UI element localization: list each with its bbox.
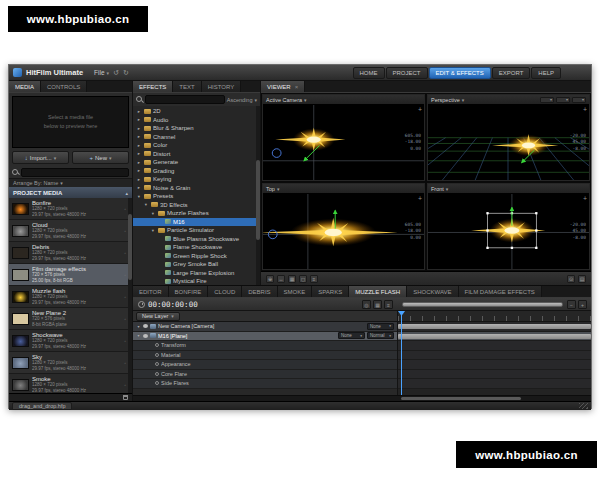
- track-row[interactable]: [398, 332, 591, 342]
- layer-dropdown[interactable]: None▾: [367, 323, 394, 330]
- media-item-smoke[interactable]: Smoke1280 × 720 pixels29.97 fps, stereo …: [9, 374, 132, 393]
- zoom-out-icon[interactable]: −: [567, 300, 576, 309]
- timeline-zoom-bar[interactable]: [402, 302, 563, 307]
- media-item-debris[interactable]: Debris1280 × 720 pixels29.97 fps, stereo…: [9, 242, 132, 264]
- track-row[interactable]: [398, 379, 591, 389]
- expander-icon[interactable]: ▸: [136, 168, 142, 173]
- render-quality-dropdown[interactable]: ▾: [572, 97, 586, 103]
- track-row[interactable]: [398, 360, 591, 370]
- tab-media[interactable]: MEDIA: [9, 81, 41, 92]
- viewport-canvas-1[interactable]: + -20.00 45.00 -8.00: [428, 105, 589, 180]
- track-row[interactable]: [398, 370, 591, 380]
- orbit-icon[interactable]: ⊕: [266, 275, 274, 283]
- expander-icon[interactable]: ▾: [136, 333, 141, 338]
- tab-smoke[interactable]: SMOKE: [278, 286, 313, 297]
- expander-icon[interactable]: ▸: [136, 151, 142, 156]
- new-button[interactable]: +New▾: [72, 151, 129, 164]
- timecode-display[interactable]: 00:00:00:00: [148, 300, 198, 309]
- options-icon[interactable]: ≡: [384, 300, 393, 309]
- expander-icon[interactable]: ▾: [143, 202, 149, 207]
- zoom-in-icon[interactable]: +: [583, 195, 587, 202]
- track-row[interactable]: [398, 341, 591, 351]
- scrollbar-thumb[interactable]: [128, 214, 132, 280]
- stopwatch-icon[interactable]: [155, 372, 159, 376]
- playhead-line[interactable]: [401, 311, 402, 395]
- tree-item-channel[interactable]: ▸Channel: [133, 133, 260, 142]
- tab-text[interactable]: TEXT: [173, 81, 201, 92]
- tree-item-grey-smoke-ball[interactable]: Grey Smoke Ball: [133, 260, 260, 269]
- effects-scrollbar[interactable]: [256, 106, 260, 285]
- layer-row-new-camera-camera[interactable]: ▾New Camera [Camera]None▾: [133, 322, 397, 332]
- snapshot-icon[interactable]: ⊙: [567, 275, 575, 283]
- media-item-shockwave[interactable]: Shockwave1280 × 720 pixels29.97 fps, ste…: [9, 330, 132, 352]
- nav-export[interactable]: EXPORT: [492, 67, 531, 79]
- zoom-in-icon[interactable]: +: [578, 300, 587, 309]
- tree-item-presets[interactable]: ▾Presets: [133, 192, 260, 201]
- nav-project[interactable]: PROJECT: [386, 67, 428, 79]
- scrollbar-thumb[interactable]: [401, 397, 521, 400]
- nav-edit-effects[interactable]: EDIT & EFFECTS: [429, 67, 491, 79]
- viewport-canvas-3[interactable]: + -20.00 45.00 -8.00: [428, 194, 589, 269]
- tab-debris[interactable]: DEBRIS: [242, 286, 277, 297]
- viewport-view-menu[interactable]: Perspective▾ ▾ ▾ ▾: [428, 95, 589, 105]
- resize-grip[interactable]: [579, 403, 588, 409]
- timeline-scrollbar[interactable]: [133, 395, 591, 401]
- stopwatch-icon[interactable]: [155, 343, 159, 347]
- layout-icon[interactable]: ▤: [578, 275, 586, 283]
- tree-item-green-ripple-shock[interactable]: Green Ripple Shock: [133, 252, 260, 261]
- nav-home[interactable]: HOME: [353, 67, 385, 79]
- tab-muzzle-flash[interactable]: MUZZLE FLASH: [349, 286, 407, 297]
- tab-bonfire[interactable]: BONFIRE: [169, 286, 209, 297]
- media-item-sky[interactable]: Sky1280 × 720 pixels29.97 fps, stereo 48…: [9, 352, 132, 374]
- track-row[interactable]: [398, 322, 591, 332]
- project-media-header[interactable]: PROJECT MEDIA ▴: [9, 187, 132, 198]
- tree-item-muzzle-flashes[interactable]: ▾Muzzle Flashes: [133, 209, 260, 218]
- tree-item-keying[interactable]: ▸Keying: [133, 175, 260, 184]
- expander-icon[interactable]: ▸: [136, 143, 142, 148]
- expander-icon[interactable]: ▸: [136, 109, 142, 114]
- layer-row-core-flare[interactable]: Core Flare: [133, 370, 397, 380]
- media-item-new-plane-2[interactable]: New Plane 2720 × 576 pixels8-bit RGBA pl…: [9, 308, 132, 330]
- expander-icon[interactable]: ▾: [150, 228, 156, 233]
- media-item-cloud[interactable]: Cloud1280 × 720 pixels29.97 fps, stereo …: [9, 220, 132, 242]
- layer-dropdown[interactable]: Normal▾: [367, 332, 394, 339]
- tree-item-color[interactable]: ▸Color: [133, 141, 260, 150]
- tree-item-2d[interactable]: ▸2D: [133, 107, 260, 116]
- tree-item-mystical-fire[interactable]: Mystical Fire: [133, 277, 260, 285]
- zoom-in-icon[interactable]: +: [418, 195, 422, 202]
- scrollbar-thumb[interactable]: [256, 160, 260, 241]
- viewport-canvas-2[interactable]: + 605.00 -18.00 0.00: [263, 194, 424, 269]
- media-scrollbar[interactable]: [128, 198, 132, 393]
- snap-icon[interactable]: ◎: [362, 300, 371, 309]
- grid-toggle-icon[interactable]: ▦: [288, 275, 296, 283]
- sort-order-label[interactable]: Ascending: [227, 97, 253, 103]
- viewport-view-menu[interactable]: Front▾: [428, 184, 589, 194]
- viewport-view-menu[interactable]: Top▾: [263, 184, 424, 194]
- media-search-input[interactable]: [21, 168, 129, 177]
- track-row[interactable]: [398, 351, 591, 361]
- clip-bar[interactable]: [398, 334, 591, 339]
- tree-item-3d-effects[interactable]: ▾3D Effects: [133, 201, 260, 210]
- stopwatch-icon[interactable]: [155, 353, 159, 357]
- expander-icon[interactable]: ▸: [136, 177, 142, 182]
- effects-search-input[interactable]: [145, 95, 225, 104]
- clip-bar[interactable]: [398, 324, 591, 329]
- tree-item-blue-plasma-shockwave[interactable]: Blue Plasma Shockwave: [133, 235, 260, 244]
- stopwatch-icon[interactable]: [155, 362, 159, 366]
- layer-row-transform[interactable]: Transform: [133, 341, 397, 351]
- tab-cloud[interactable]: CLOUD: [208, 286, 242, 297]
- tab-viewer[interactable]: VIEWER×: [261, 81, 305, 92]
- zoom-in-icon[interactable]: +: [583, 106, 587, 113]
- close-icon[interactable]: ×: [295, 84, 299, 90]
- expander-icon[interactable]: ▸: [136, 117, 142, 122]
- tab-controls[interactable]: CONTROLS: [41, 81, 87, 92]
- tree-item-m16[interactable]: M16: [133, 218, 260, 227]
- import-button[interactable]: ↓Import...▾: [12, 151, 69, 164]
- visibility-icon[interactable]: [143, 324, 148, 328]
- layer-row-side-flares[interactable]: Side Flares: [133, 379, 397, 389]
- project-file-tab[interactable]: drag_and_drop.hfp: [12, 402, 72, 410]
- timeline-ruler[interactable]: [398, 311, 591, 321]
- tree-item-particle-simulator[interactable]: ▾Particle Simulator: [133, 226, 260, 235]
- tab-sparks[interactable]: SPARKS: [312, 286, 349, 297]
- media-item-muzzle-flash[interactable]: Muzzle flash1280 × 720 pixels29.97 fps, …: [9, 286, 132, 308]
